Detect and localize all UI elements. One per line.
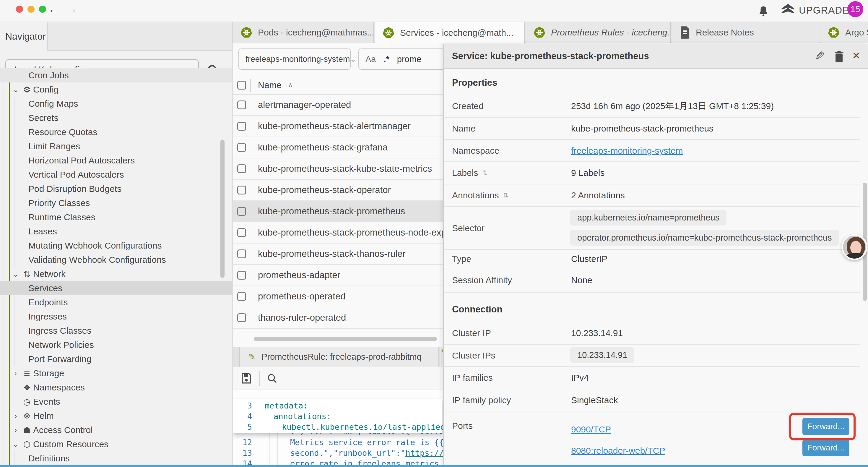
- sidebar-item[interactable]: Network Policies: [0, 338, 232, 352]
- table-row[interactable]: thanos-ruler-operated: [233, 308, 443, 329]
- tab-services[interactable]: Services - icecheng@math... ✕: [375, 22, 525, 43]
- sidebar-item[interactable]: ⌄ Network: [0, 267, 232, 281]
- regex-toggle[interactable]: .*: [383, 54, 389, 64]
- tab-pods[interactable]: Pods - icecheng@mathmas...: [232, 22, 374, 43]
- table-row[interactable]: prometheus-operated: [233, 286, 443, 308]
- chevron-icon[interactable]: ›: [11, 412, 21, 420]
- sidebar-item[interactable]: Resource Quotas: [0, 125, 232, 139]
- row-checkbox[interactable]: [237, 271, 246, 280]
- editor-tab-partial[interactable]: ✎: [440, 347, 443, 367]
- table-row[interactable]: kube-prometheus-stack-grafana: [233, 137, 443, 158]
- row-checkbox[interactable]: [237, 207, 246, 216]
- chevron-icon[interactable]: ⌄: [11, 270, 21, 279]
- row-checkbox[interactable]: [237, 313, 246, 322]
- sidebar-item[interactable]: Priority Classes: [0, 196, 232, 210]
- table-row[interactable]: alertmanager-operated: [233, 95, 443, 116]
- table-row[interactable]: kube-prometheus-stack-prometheus-node-ex…: [233, 222, 443, 243]
- filter-input[interactable]: Aa .* prome: [359, 49, 447, 70]
- sidebar-item[interactable]: Mutating Webhook Configurations: [0, 238, 232, 253]
- sidebar-item[interactable]: Endpoints: [0, 295, 232, 310]
- row-checkbox[interactable]: [237, 164, 246, 173]
- forward-port-button[interactable]: Forward...: [802, 439, 849, 456]
- sidebar-item[interactable]: Vertical Pod Autoscalers: [0, 168, 232, 182]
- sidebar-item[interactable]: Secrets: [0, 111, 232, 125]
- namespace-link[interactable]: freeleaps-monitoring-system: [571, 146, 683, 156]
- table-row[interactable]: kube-prometheus-stack-thanos-ruler: [233, 243, 443, 265]
- chevron-icon[interactable]: ›: [11, 426, 21, 435]
- avatar[interactable]: [841, 234, 867, 260]
- back-button[interactable]: ←: [47, 2, 61, 16]
- upgrade-button[interactable]: UPGRADE: [781, 4, 849, 17]
- table-row[interactable]: kube-prometheus-stack-prometheus: [233, 201, 443, 222]
- row-checkbox[interactable]: [237, 292, 246, 301]
- sidebar-item-label: Network Policies: [28, 340, 94, 350]
- sidebar-item[interactable]: Namespaces: [0, 380, 232, 395]
- maximize-window-button[interactable]: [39, 6, 46, 13]
- sidebar-item[interactable]: › Access Control: [0, 423, 232, 437]
- row-checkbox[interactable]: [237, 143, 246, 152]
- filter-query-text[interactable]: prome: [397, 54, 421, 64]
- sort-ascending-icon[interactable]: ∧: [288, 81, 293, 89]
- port-link[interactable]: 9090/TCP: [571, 425, 611, 435]
- expand-labels-icon[interactable]: ⇅: [482, 169, 488, 177]
- sidebar-item[interactable]: Runtime Classes: [0, 210, 232, 224]
- row-checkbox[interactable]: [237, 185, 246, 195]
- sidebar-item[interactable]: Events: [0, 395, 232, 409]
- sidebar-item[interactable]: Cron Jobs: [0, 68, 232, 83]
- sidebar-item[interactable]: Ingresses: [0, 310, 232, 324]
- name-column-header[interactable]: Name: [258, 80, 282, 90]
- editor-tab-prometheusrule[interactable]: ✎ PrometheusRule: freeleaps-prod-rabbitm…: [239, 347, 439, 367]
- tab-release-notes[interactable]: Release Notes: [672, 22, 819, 43]
- sidebar-item[interactable]: Services: [0, 281, 232, 295]
- chevron-icon[interactable]: ⌄: [11, 440, 21, 449]
- save-icon[interactable]: [240, 372, 253, 384]
- sidebar-item[interactable]: ⌄ Custom Resources: [0, 437, 232, 451]
- editor-search-icon[interactable]: [266, 372, 278, 384]
- sidebar-item[interactable]: › Storage: [0, 366, 232, 380]
- navigator-panel-tab[interactable]: Navigator: [0, 22, 48, 51]
- notifications-bell-icon[interactable]: [757, 5, 770, 18]
- sidebar-item[interactable]: › Helm: [0, 409, 232, 423]
- row-checkbox[interactable]: [237, 250, 246, 258]
- connection-row-cluster-ips: Cluster IPs 10.233.14.91: [444, 345, 860, 367]
- forward-button[interactable]: →: [64, 2, 79, 16]
- tab-prometheus-rules[interactable]: Prometheus Rules - icecheng...: [526, 22, 671, 43]
- match-case-toggle[interactable]: Aa: [366, 54, 376, 64]
- row-checkbox[interactable]: [237, 122, 246, 130]
- sidebar-item[interactable]: ⌄ Config: [0, 83, 232, 97]
- sidebar-item[interactable]: Validating Webhook Configurations: [0, 253, 232, 267]
- row-checkbox[interactable]: [237, 228, 246, 237]
- yaml-editor[interactable]: 0",'for': 'nm', labels :{ 'service' : 12…: [233, 390, 443, 465]
- notification-count-badge[interactable]: 15: [847, 1, 863, 17]
- close-window-button[interactable]: [16, 6, 23, 13]
- sidebar-item[interactable]: Leases: [0, 224, 232, 238]
- table-row[interactable]: kube-prometheus-stack-kube-state-metrics: [233, 158, 443, 180]
- close-drawer-icon[interactable]: ✕: [852, 50, 861, 61]
- sidebar-item[interactable]: Ingress Classes: [0, 324, 232, 338]
- minimize-window-button[interactable]: [28, 6, 35, 13]
- sidebar-item[interactable]: Definitions: [0, 451, 232, 466]
- navigator-header: Navigator: [0, 22, 232, 51]
- select-all-checkbox[interactable]: [237, 81, 246, 90]
- port-link[interactable]: 8080:reloader-web/TCP: [571, 446, 665, 456]
- table-row[interactable]: kube-prometheus-stack-operator: [233, 180, 443, 201]
- tab-argo[interactable]: Argo Se: [820, 22, 868, 43]
- horizontal-scrollbar[interactable]: [254, 337, 437, 341]
- row-checkbox[interactable]: [237, 100, 246, 109]
- table-row[interactable]: prometheus-adapter: [233, 265, 443, 286]
- delete-trash-icon[interactable]: [833, 50, 845, 63]
- namespace-dropdown[interactable]: freeleaps-monitoring-system ⌄: [239, 49, 351, 70]
- chevron-icon[interactable]: ›: [11, 369, 21, 378]
- expand-annotations-icon[interactable]: ⇅: [503, 192, 508, 199]
- close-tab-icon[interactable]: ✕: [525, 28, 525, 38]
- sidebar-item[interactable]: Port Forwarding: [0, 352, 232, 366]
- sidebar-item[interactable]: Pod Disruption Budgets: [0, 182, 232, 196]
- table-row[interactable]: kube-prometheus-stack-alertmanager: [233, 116, 443, 137]
- runbook-url-link[interactable]: https://net: [405, 448, 443, 458]
- sidebar-item[interactable]: Config Maps: [0, 97, 232, 111]
- edit-icon[interactable]: ✎: [815, 49, 825, 63]
- sidebar-item[interactable]: Horizontal Pod Autoscalers: [0, 153, 232, 168]
- navigator-scrollbar[interactable]: [220, 140, 224, 278]
- chevron-icon[interactable]: ⌄: [11, 85, 21, 94]
- sidebar-item[interactable]: Limit Ranges: [0, 139, 232, 153]
